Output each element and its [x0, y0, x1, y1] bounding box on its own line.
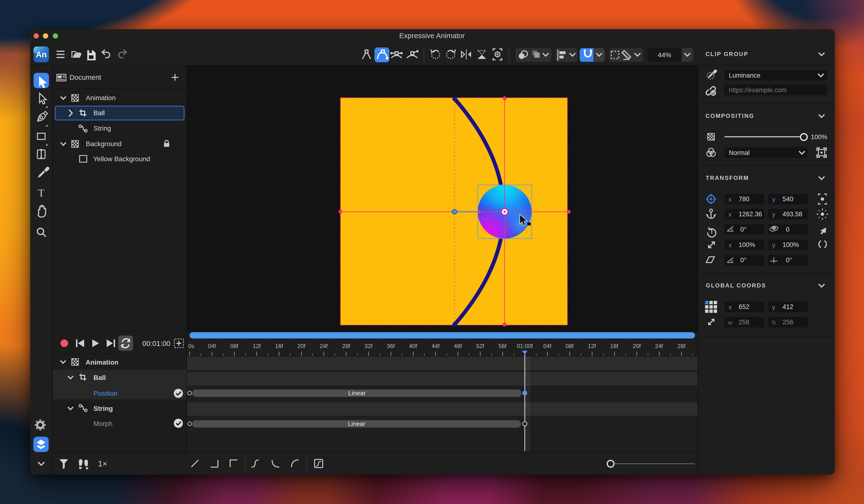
svg-text:28f: 28f [677, 343, 685, 349]
svg-text:48f: 48f [454, 343, 462, 349]
svg-text:40f: 40f [409, 343, 417, 349]
svg-text:24f: 24f [320, 343, 328, 349]
svg-text:24f: 24f [655, 343, 663, 349]
svg-text:08f: 08f [565, 343, 574, 349]
svg-text:44%: 44% [658, 51, 671, 59]
svg-text:08f: 08f [230, 343, 238, 349]
svg-text:52f: 52f [476, 343, 484, 349]
svg-text:56f: 56f [499, 343, 506, 349]
svg-text:0s: 0s [188, 343, 194, 349]
svg-text:16f: 16f [610, 343, 618, 349]
svg-text:36f: 36f [387, 343, 395, 349]
svg-text:12f: 12f [588, 343, 596, 349]
svg-text:12f: 12f [253, 343, 261, 349]
svg-text:44f: 44f [432, 343, 440, 349]
svg-text:01:00f: 01:00f [517, 343, 533, 349]
svg-text:04f: 04f [208, 343, 216, 349]
svg-text:32f: 32f [364, 343, 373, 349]
svg-text:04f: 04f [543, 343, 551, 349]
svg-text:16f: 16f [275, 343, 283, 349]
svg-text:28f: 28f [342, 343, 350, 349]
svg-text:1×: 1× [98, 459, 107, 468]
svg-text:T: T [38, 187, 45, 199]
svg-text:20f: 20f [633, 343, 641, 349]
svg-text:20f: 20f [297, 343, 305, 349]
